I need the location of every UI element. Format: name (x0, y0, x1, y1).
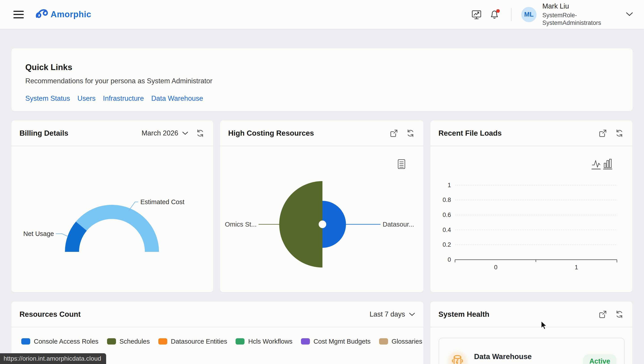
legend-schedules[interactable]: Schedules (107, 338, 150, 345)
user-name: Mark Liu (542, 2, 610, 10)
user-avatar[interactable]: ML (521, 7, 536, 22)
link-system-status[interactable]: System Status (25, 94, 70, 102)
legend-datasource-entities[interactable]: Datasource Entities (158, 338, 227, 345)
notification-dot (496, 9, 500, 13)
net-usage-leader-line (56, 234, 68, 236)
line-chart-toggle-icon[interactable] (592, 160, 600, 169)
y-tick: 0.2 (442, 241, 451, 248)
billing-period-value: March 2026 (142, 129, 178, 137)
legend-glossaries[interactable]: Glossaries (379, 338, 422, 345)
navbar-divider (511, 8, 512, 21)
legend-console-access-roles[interactable]: Console Access Roles (21, 338, 98, 345)
system-health-open-icon[interactable] (598, 310, 608, 319)
pie-segment-omics (279, 181, 322, 268)
chevron-down-icon (182, 131, 188, 136)
billing-details-title: Billing Details (20, 129, 68, 138)
recent-file-loads-chart[interactable]: 1 0.8 0.6 0.4 0.2 0 0 1 (430, 147, 633, 292)
high-costing-open-icon[interactable] (389, 128, 399, 138)
quick-links-title: Quick Links (25, 63, 619, 72)
billing-details-card: Billing Details March 2026 (11, 120, 214, 292)
high-costing-refresh-icon[interactable] (406, 128, 416, 138)
x-tick: 1 (574, 264, 578, 271)
system-health-card: System Health (430, 301, 632, 364)
health-item-name: Data Warehouse (474, 352, 543, 361)
link-url-statusbar: https://orion.int.amorphicdata.cloud (0, 353, 106, 364)
recent-file-loads-title: Recent File Loads (438, 129, 502, 138)
link-infrastructure[interactable]: Infrastructure (103, 94, 144, 102)
amorphic-logo[interactable]: Amorphic (36, 8, 91, 21)
top-navbar: Amorphic ML Mark Liu SystemRole-SystemAd… (0, 0, 644, 29)
pie-center-hole (319, 220, 326, 228)
billing-refresh-icon[interactable] (195, 128, 205, 138)
datasource-label: Datasour... (383, 221, 414, 228)
chevron-down-icon (409, 312, 416, 316)
quick-links-card: Quick Links Recommendations for your per… (11, 48, 633, 111)
user-info: Mark Liu SystemRole-SystemAdministrators (542, 2, 610, 27)
resources-period-value: Last 7 days (370, 310, 405, 318)
health-item-description: Data Warehouse Health (474, 363, 543, 364)
notifications-bell-icon[interactable] (488, 9, 500, 20)
amorphic-logo-mark-icon (36, 8, 49, 21)
link-data-warehouse[interactable]: Data Warehouse (151, 94, 203, 102)
recent-loads-open-icon[interactable] (598, 128, 608, 138)
estimated-cost-label: Estimated Cost (140, 198, 184, 206)
quick-links-list: System Status Users Infrastructure Data … (25, 94, 619, 102)
high-costing-resources-card: High Costing Resources (220, 120, 424, 292)
omics-label: Omics St... (225, 221, 256, 228)
user-role: SystemRole-SystemAdministrators (542, 12, 605, 27)
view-data-icon[interactable] (398, 160, 405, 168)
high-costing-pie-chart[interactable]: Omics St... Datasour... (220, 147, 424, 292)
system-health-refresh-icon[interactable] (614, 310, 624, 319)
y-tick: 1 (448, 182, 451, 188)
amorphic-logo-text: Amorphic (50, 10, 91, 19)
y-tick: 0 (448, 256, 451, 263)
system-health-title: System Health (438, 310, 489, 318)
legend-cost-mgmt-budgets[interactable]: Cost Mgmt Budgets (301, 338, 370, 345)
database-zap-icon (447, 350, 468, 364)
status-badge-active: Active (583, 354, 616, 364)
gauge-segment-estimated-cost (76, 205, 159, 252)
bar-chart-toggle-icon[interactable] (603, 159, 612, 169)
resources-count-title: Resources Count (20, 310, 80, 318)
billing-gauge-chart[interactable]: Estimated Cost Net Usage (12, 147, 214, 292)
user-menu-chevron-down-icon[interactable] (625, 12, 634, 18)
y-tick: 0.4 (442, 226, 451, 233)
monitoring-icon[interactable] (471, 9, 482, 20)
quick-links-subtitle: Recommendations for your persona as Syst… (25, 77, 619, 85)
high-costing-title: High Costing Resources (228, 129, 314, 138)
hamburger-menu-icon[interactable] (14, 11, 24, 18)
billing-period-select[interactable]: March 2026 (142, 129, 188, 137)
resources-period-select[interactable]: Last 7 days (370, 310, 416, 318)
legend-hcls-workflows[interactable]: Hcls Workflows (236, 338, 292, 345)
resources-legend: Console Access Roles Schedules Datasourc… (12, 338, 424, 345)
y-tick: 0.6 (442, 212, 451, 218)
recent-file-loads-card: Recent File Loads (430, 120, 632, 292)
recent-loads-refresh-icon[interactable] (614, 128, 624, 138)
link-users[interactable]: Users (78, 94, 96, 102)
net-usage-label: Net Usage (23, 230, 54, 237)
x-tick: 0 (494, 264, 497, 271)
health-item-data-warehouse[interactable]: Data Warehouse Data Warehouse Health Act… (439, 338, 624, 364)
y-tick: 0.8 (442, 196, 451, 203)
